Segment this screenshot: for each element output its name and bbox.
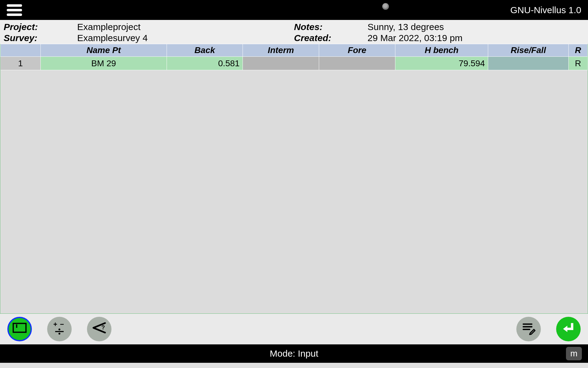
list-edit-icon [521, 320, 537, 339]
top-bar: GNU-Nivellus 1.0 [0, 0, 588, 20]
header-risefall: Rise/Fall [488, 44, 568, 57]
header-back: Back [167, 44, 243, 57]
header-hbench: H bench [395, 44, 488, 57]
survey-meta: Project: Exampleproject Notes: Sunny, 13… [0, 20, 588, 44]
survey-table-container: Name Pt Back Interm Fore H bench Rise/Fa… [0, 44, 588, 314]
cell-fore[interactable] [319, 57, 395, 70]
level-instrument-icon [12, 322, 27, 337]
plus-minus-divide-icon: + − [51, 320, 67, 339]
angle-query-button[interactable]: ? [87, 317, 111, 341]
menu-button[interactable] [7, 4, 22, 16]
svg-text:−: − [60, 320, 64, 328]
survey-label: Survey: [4, 33, 77, 43]
cell-index[interactable]: 1 [1, 57, 41, 70]
cell-risefall[interactable] [488, 57, 568, 70]
header-interm: Interm [243, 44, 319, 57]
table-header-row: Name Pt Back Interm Fore H bench Rise/Fa… [1, 44, 588, 57]
header-r: R [568, 44, 587, 57]
svg-point-6 [58, 333, 60, 335]
enter-button[interactable] [556, 317, 581, 341]
project-value: Exampleproject [77, 22, 294, 32]
cell-hbench[interactable]: 79.594 [395, 57, 488, 70]
svg-text:+: + [53, 320, 57, 328]
svg-text:?: ? [101, 324, 105, 331]
created-value: 29 Mar 2022, 03:19 pm [368, 33, 584, 43]
header-name: Name Pt [41, 44, 167, 57]
bottom-toolbar: + − ? [0, 314, 588, 344]
status-bar: Mode: Input m [0, 344, 588, 363]
cell-back[interactable]: 0.581 [167, 57, 243, 70]
arithmetic-button[interactable]: + − [47, 317, 72, 341]
svg-rect-0 [13, 323, 26, 332]
header-index [1, 44, 41, 57]
created-label: Created: [294, 33, 368, 43]
survey-value: Examplesurvey 4 [77, 33, 294, 43]
cell-r[interactable]: R [568, 57, 587, 70]
survey-table: Name Pt Back Interm Fore H bench Rise/Fa… [0, 44, 588, 70]
cell-name[interactable]: BM 29 [41, 57, 167, 70]
svg-marker-11 [563, 326, 567, 332]
level-instrument-button[interactable] [7, 317, 32, 341]
unit-toggle[interactable]: m [566, 347, 582, 360]
camera-indicator [382, 3, 389, 10]
cell-interm[interactable] [243, 57, 319, 70]
enter-arrow-icon [560, 320, 576, 339]
notes-value: Sunny, 13 degrees [368, 22, 584, 32]
app-title: GNU-Nivellus 1.0 [510, 5, 581, 15]
project-label: Project: [4, 22, 77, 32]
svg-point-4 [58, 328, 60, 330]
edit-notes-button[interactable] [516, 317, 541, 341]
unit-label: m [570, 349, 577, 358]
mode-label: Mode: Input [270, 348, 318, 359]
angle-question-icon: ? [91, 320, 107, 339]
header-fore: Fore [319, 44, 395, 57]
notes-label: Notes: [294, 22, 368, 32]
table-row[interactable]: 1 BM 29 0.581 79.594 R [1, 57, 588, 70]
